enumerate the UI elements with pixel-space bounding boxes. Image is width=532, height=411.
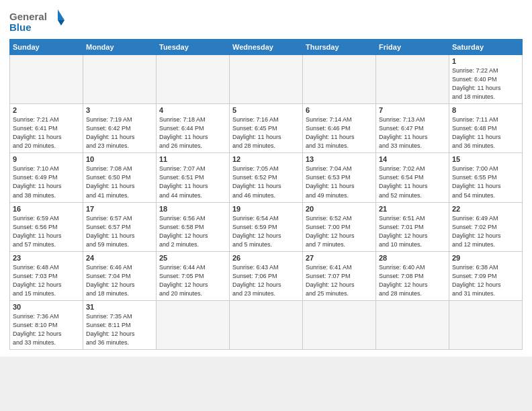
- weekday-header-sunday: Sunday: [10, 40, 83, 55]
- week-row-6: 30Sunrise: 7:36 AMSunset: 8:10 PMDayligh…: [10, 300, 523, 349]
- logo: General Blue: [9, 8, 70, 35]
- calendar-cell: 27Sunrise: 6:41 AMSunset: 7:07 PMDayligh…: [303, 251, 376, 300]
- day-number: 28: [379, 254, 446, 262]
- calendar-cell: 1Sunrise: 7:22 AMSunset: 6:40 PMDaylight…: [449, 55, 523, 104]
- day-info: Sunrise: 7:36 AMSunset: 8:10 PMDaylight:…: [13, 312, 80, 347]
- day-info: Sunrise: 6:59 AMSunset: 6:56 PMDaylight:…: [13, 214, 80, 249]
- calendar-cell: 6Sunrise: 7:14 AMSunset: 6:46 PMDaylight…: [303, 104, 376, 153]
- day-info: Sunrise: 6:38 AMSunset: 7:09 PMDaylight:…: [452, 263, 519, 298]
- calendar-cell: [10, 55, 83, 104]
- day-info: Sunrise: 6:57 AMSunset: 6:57 PMDaylight:…: [86, 214, 153, 249]
- calendar-cell: 13Sunrise: 7:04 AMSunset: 6:53 PMDayligh…: [303, 153, 376, 202]
- day-number: 26: [232, 254, 300, 262]
- calendar-cell: 5Sunrise: 7:16 AMSunset: 6:45 PMDaylight…: [230, 104, 303, 153]
- calendar: SundayMondayTuesdayWednesdayThursdayFrid…: [9, 39, 523, 350]
- calendar-cell: [230, 55, 303, 104]
- calendar-cell: [83, 55, 157, 104]
- calendar-cell: [303, 55, 376, 104]
- day-info: Sunrise: 6:48 AMSunset: 7:03 PMDaylight:…: [13, 263, 80, 298]
- calendar-cell: 8Sunrise: 7:11 AMSunset: 6:48 PMDaylight…: [449, 104, 523, 153]
- day-number: 23: [13, 254, 80, 262]
- day-info: Sunrise: 7:04 AMSunset: 6:53 PMDaylight:…: [306, 165, 373, 199]
- day-number: 30: [13, 303, 80, 311]
- weekday-header-thursday: Thursday: [303, 40, 376, 55]
- weekday-header-saturday: Saturday: [449, 40, 523, 55]
- week-row-5: 23Sunrise: 6:48 AMSunset: 7:03 PMDayligh…: [10, 251, 523, 300]
- day-number: 3: [86, 106, 153, 114]
- day-info: Sunrise: 7:00 AMSunset: 6:55 PMDaylight:…: [452, 165, 519, 199]
- week-row-2: 2Sunrise: 7:21 AMSunset: 6:41 PMDaylight…: [10, 104, 523, 153]
- week-row-4: 16Sunrise: 6:59 AMSunset: 6:56 PMDayligh…: [10, 202, 523, 251]
- day-info: Sunrise: 7:18 AMSunset: 6:44 PMDaylight:…: [159, 116, 226, 150]
- weekday-header-tuesday: Tuesday: [157, 40, 230, 55]
- calendar-cell: 16Sunrise: 6:59 AMSunset: 6:56 PMDayligh…: [10, 202, 83, 251]
- calendar-cell: [376, 300, 449, 349]
- day-info: Sunrise: 6:56 AMSunset: 6:58 PMDaylight:…: [159, 214, 226, 249]
- day-number: 13: [306, 155, 373, 163]
- day-number: 16: [13, 205, 80, 213]
- day-info: Sunrise: 7:05 AMSunset: 6:52 PMDaylight:…: [232, 165, 300, 199]
- svg-marker-3: [58, 20, 64, 26]
- day-info: Sunrise: 7:35 AMSunset: 8:11 PMDaylight:…: [86, 312, 153, 347]
- weekday-header-wednesday: Wednesday: [230, 40, 303, 55]
- day-number: 29: [452, 254, 519, 262]
- day-info: Sunrise: 6:49 AMSunset: 7:02 PMDaylight:…: [452, 214, 519, 249]
- day-number: 2: [13, 106, 80, 114]
- day-info: Sunrise: 6:52 AMSunset: 7:00 PMDaylight:…: [306, 214, 373, 249]
- day-number: 27: [306, 254, 373, 262]
- calendar-cell: 26Sunrise: 6:43 AMSunset: 7:06 PMDayligh…: [230, 251, 303, 300]
- day-number: 11: [159, 155, 226, 163]
- calendar-cell: 28Sunrise: 6:40 AMSunset: 7:08 PMDayligh…: [376, 251, 449, 300]
- day-number: 12: [232, 155, 300, 163]
- day-number: 19: [232, 205, 300, 213]
- weekday-header-friday: Friday: [376, 40, 449, 55]
- day-number: 21: [379, 205, 446, 213]
- day-number: 31: [86, 303, 153, 311]
- week-row-3: 9Sunrise: 7:10 AMSunset: 6:49 PMDaylight…: [10, 153, 523, 202]
- day-number: 8: [452, 106, 519, 114]
- calendar-cell: 10Sunrise: 7:08 AMSunset: 6:50 PMDayligh…: [83, 153, 157, 202]
- calendar-cell: 11Sunrise: 7:07 AMSunset: 6:51 PMDayligh…: [157, 153, 230, 202]
- calendar-cell: 19Sunrise: 6:54 AMSunset: 6:59 PMDayligh…: [230, 202, 303, 251]
- day-info: Sunrise: 6:44 AMSunset: 7:05 PMDaylight:…: [159, 263, 226, 298]
- calendar-cell: 12Sunrise: 7:05 AMSunset: 6:52 PMDayligh…: [230, 153, 303, 202]
- calendar-cell: 23Sunrise: 6:48 AMSunset: 7:03 PMDayligh…: [10, 251, 83, 300]
- calendar-cell: 2Sunrise: 7:21 AMSunset: 6:41 PMDaylight…: [10, 104, 83, 153]
- day-number: 24: [86, 254, 153, 262]
- calendar-cell: 21Sunrise: 6:51 AMSunset: 7:01 PMDayligh…: [376, 202, 449, 251]
- day-info: Sunrise: 7:08 AMSunset: 6:50 PMDaylight:…: [86, 165, 153, 199]
- day-info: Sunrise: 6:40 AMSunset: 7:08 PMDaylight:…: [379, 263, 446, 298]
- day-number: 14: [379, 155, 446, 163]
- day-number: 10: [86, 155, 153, 163]
- day-number: 9: [13, 155, 80, 163]
- calendar-cell: 22Sunrise: 6:49 AMSunset: 7:02 PMDayligh…: [449, 202, 523, 251]
- week-row-1: 1Sunrise: 7:22 AMSunset: 6:40 PMDaylight…: [10, 55, 523, 104]
- calendar-cell: 7Sunrise: 7:13 AMSunset: 6:47 PMDaylight…: [376, 104, 449, 153]
- day-info: Sunrise: 7:07 AMSunset: 6:51 PMDaylight:…: [159, 165, 226, 199]
- day-info: Sunrise: 7:21 AMSunset: 6:41 PMDaylight:…: [13, 116, 80, 150]
- day-info: Sunrise: 7:19 AMSunset: 6:42 PMDaylight:…: [86, 116, 153, 150]
- day-info: Sunrise: 7:16 AMSunset: 6:45 PMDaylight:…: [232, 116, 300, 150]
- calendar-cell: [157, 55, 230, 104]
- day-number: 7: [379, 106, 446, 114]
- day-number: 15: [452, 155, 519, 163]
- day-info: Sunrise: 6:41 AMSunset: 7:07 PMDaylight:…: [306, 263, 373, 298]
- day-number: 20: [306, 205, 373, 213]
- svg-text:General: General: [9, 11, 47, 22]
- day-info: Sunrise: 7:22 AMSunset: 6:40 PMDaylight:…: [452, 66, 519, 101]
- svg-text:Blue: Blue: [9, 21, 32, 33]
- calendar-cell: 29Sunrise: 6:38 AMSunset: 7:09 PMDayligh…: [449, 251, 523, 300]
- calendar-cell: 18Sunrise: 6:56 AMSunset: 6:58 PMDayligh…: [157, 202, 230, 251]
- day-info: Sunrise: 7:14 AMSunset: 6:46 PMDaylight:…: [306, 116, 373, 150]
- day-info: Sunrise: 7:02 AMSunset: 6:54 PMDaylight:…: [379, 165, 446, 199]
- day-info: Sunrise: 6:43 AMSunset: 7:06 PMDaylight:…: [232, 263, 300, 298]
- weekday-header-row: SundayMondayTuesdayWednesdayThursdayFrid…: [10, 40, 523, 55]
- calendar-cell: [449, 300, 523, 349]
- calendar-cell: [303, 300, 376, 349]
- day-info: Sunrise: 7:13 AMSunset: 6:47 PMDaylight:…: [379, 116, 446, 150]
- day-number: 4: [159, 106, 226, 114]
- calendar-cell: [230, 300, 303, 349]
- header: General Blue: [9, 8, 523, 35]
- day-number: 18: [159, 205, 226, 213]
- calendar-cell: 24Sunrise: 6:46 AMSunset: 7:04 PMDayligh…: [83, 251, 157, 300]
